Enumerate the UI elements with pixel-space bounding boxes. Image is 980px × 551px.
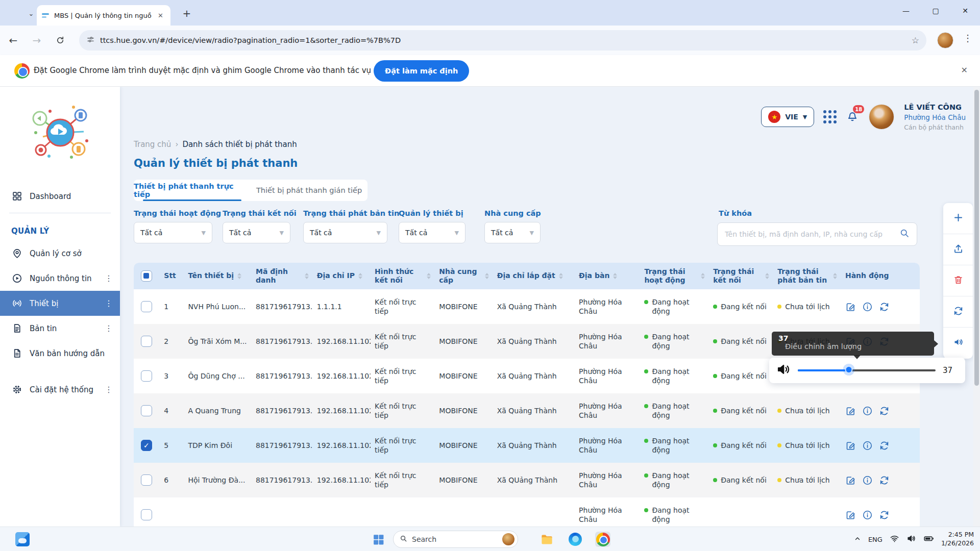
upload-button[interactable] [943, 234, 973, 265]
browser-profile-avatar[interactable] [937, 32, 953, 48]
sidebar-item-thiet-bi[interactable]: Thiết bị⋮ [0, 291, 120, 316]
sidebar-item-cai-dat-he-thong[interactable]: Cài đặt hệ thống⋮ [0, 377, 120, 402]
sort-icons[interactable] [613, 273, 617, 279]
edge-icon[interactable] [568, 532, 583, 547]
scrollbar-thumb[interactable] [974, 90, 979, 386]
new-tab-button[interactable]: + [180, 7, 194, 20]
wifi-icon[interactable] [890, 534, 899, 545]
notification-bell[interactable]: 18 [846, 109, 859, 124]
row-checkbox[interactable] [141, 301, 152, 312]
sync-icon[interactable] [879, 509, 890, 520]
more-vertical-icon[interactable]: ⋮ [105, 323, 113, 333]
row-checkbox[interactable] [141, 370, 152, 382]
add-button[interactable] [943, 203, 973, 234]
column-header[interactable]: Hình thức kết nối [371, 263, 435, 289]
info-icon[interactable] [862, 474, 873, 486]
sync-icon[interactable] [879, 440, 890, 451]
table-row[interactable]: Phường Hóa Châu Đang hoạt động [134, 497, 920, 527]
tab-indirect-devices[interactable]: Thiết bị phát thanh gián tiếp [251, 180, 368, 201]
sort-icons[interactable] [701, 273, 705, 279]
filter-select[interactable]: Tất cả ▼ [223, 222, 290, 243]
minimize-button[interactable]: — [891, 0, 921, 21]
reload-icon[interactable] [50, 30, 70, 51]
sidebar-item-ban-tin[interactable]: Bản tin⋮ [0, 316, 120, 341]
slider-handle[interactable] [845, 366, 852, 373]
filter-select[interactable]: Tất cả ▼ [303, 222, 387, 243]
tab-close-icon[interactable]: ✕ [156, 11, 165, 20]
row-checkbox[interactable] [141, 509, 152, 520]
sync-icon[interactable] [879, 301, 890, 312]
info-icon[interactable] [862, 440, 873, 451]
tray-chevron-up-icon[interactable] [854, 535, 861, 544]
tab-search-chevron-icon[interactable]: ⌄ [24, 7, 38, 19]
browser-tab[interactable]: MBS | Quản lý thông tin nguồn ✕ [37, 5, 170, 26]
filter-select[interactable]: Tất cả ▼ [399, 222, 465, 243]
tray-language[interactable]: ENG [868, 536, 883, 543]
info-icon[interactable] [862, 509, 873, 520]
apps-grid-icon[interactable] [823, 110, 837, 123]
site-settings-icon[interactable] [86, 35, 95, 46]
taskbar-widgets-icon[interactable] [15, 532, 30, 546]
sidebar-item-dashboard[interactable]: Dashboard [0, 184, 120, 209]
forward-icon[interactable]: → [27, 30, 47, 51]
edit-icon[interactable] [845, 301, 856, 312]
column-header[interactable]: Địa chỉ IP [313, 263, 371, 289]
sidebar-item-quan-ly-co-so[interactable]: Quản lý cơ sở [0, 241, 120, 266]
sort-icons[interactable] [237, 273, 241, 279]
page-scrollbar[interactable] [973, 87, 980, 527]
file-explorer-icon[interactable] [539, 532, 554, 547]
column-header[interactable]: Mã định danh [252, 263, 313, 289]
edit-icon[interactable] [845, 474, 856, 486]
sidebar-item-van-ban-huong-dan[interactable]: Văn bản hướng dẫn [0, 341, 120, 366]
user-info[interactable]: LÊ VIẾT CÔNG Phường Hóa Châu Cán bộ phát… [904, 102, 966, 132]
volume-slider[interactable] [798, 366, 936, 374]
taskbar-search[interactable]: Search [393, 531, 518, 548]
bookmark-star-icon[interactable]: ☆ [912, 35, 919, 45]
row-checkbox[interactable] [141, 440, 152, 451]
sort-icons[interactable] [427, 273, 431, 279]
column-header[interactable]: Địa chỉ lắp đặt [493, 263, 575, 289]
edit-icon[interactable] [845, 440, 856, 451]
set-default-button[interactable]: Đặt làm mặc định [374, 60, 469, 82]
column-header[interactable]: Trạng thái hoạt động [640, 263, 709, 289]
table-row[interactable]: 5 TDP Kim Đôi 881719617913... 192.168.11… [134, 428, 920, 463]
tray-speaker-icon[interactable] [906, 534, 916, 545]
info-icon[interactable] [862, 301, 873, 312]
more-vertical-icon[interactable]: ⋮ [105, 298, 113, 308]
chrome-icon[interactable] [595, 532, 610, 547]
sync-icon[interactable] [879, 405, 890, 416]
info-icon[interactable] [862, 405, 873, 416]
table-row[interactable]: 4 A Quang Trung 881719617913... 192.168.… [134, 393, 920, 428]
volume-button[interactable] [943, 328, 973, 359]
sort-icons[interactable] [305, 273, 309, 279]
select-all-checkbox[interactable] [141, 270, 152, 282]
sort-icons[interactable] [833, 273, 837, 279]
language-selector[interactable]: ★ VIE ▼ [761, 107, 814, 127]
sort-icons[interactable] [358, 273, 362, 279]
battery-icon[interactable] [923, 533, 934, 546]
table-row[interactable]: 6 Hội Trường Đà... 881719617913... 192.1… [134, 463, 920, 497]
filter-select[interactable]: Tất cả ▼ [134, 222, 212, 243]
edit-icon[interactable] [845, 509, 856, 520]
column-header[interactable]: Trạng thái kết nối [709, 263, 773, 289]
notification-close-icon[interactable]: ✕ [961, 65, 968, 75]
sort-icons[interactable] [765, 273, 769, 279]
column-header[interactable]: Tên thiết bị [184, 263, 252, 289]
tab-direct-devices[interactable]: Thiết bị phát thanh trực tiếp [134, 180, 251, 201]
column-header[interactable]: Trạng thái phát bản tin [773, 263, 841, 289]
row-checkbox[interactable] [141, 474, 152, 486]
sort-icons[interactable] [559, 273, 563, 279]
more-vertical-icon[interactable]: ⋮ [105, 385, 113, 394]
table-row[interactable]: 1 NVH Phú Luon... 881719617913... 1.1.1.… [134, 289, 920, 324]
row-checkbox[interactable] [141, 336, 152, 347]
sync-icon[interactable] [879, 474, 890, 486]
start-button[interactable] [371, 532, 386, 547]
delete-button[interactable] [943, 265, 973, 296]
browser-menu-icon[interactable]: ⋮ [963, 33, 973, 43]
back-icon[interactable]: ← [3, 30, 23, 51]
search-icon[interactable] [899, 228, 910, 240]
column-header[interactable]: Địa bàn [575, 263, 640, 289]
sidebar-item-nguon-thong-tin[interactable]: Nguồn thông tin⋮ [0, 266, 120, 291]
maximize-button[interactable]: ▢ [921, 0, 950, 21]
address-bar[interactable]: ttcs.hue.gov.vn/#/device/view/radio?pagi… [79, 30, 926, 51]
